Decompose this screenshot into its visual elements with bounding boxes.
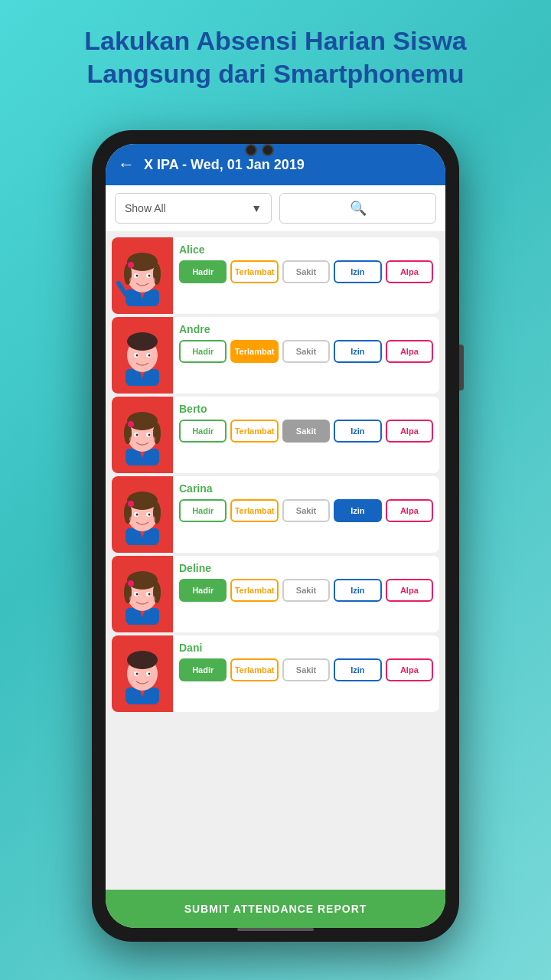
student-info: DaniHadirTerlambatSakitIzinAlpa bbox=[173, 635, 439, 712]
svg-point-84 bbox=[149, 675, 155, 681]
student-info: CarinaHadirTerlambatSakitIzinAlpa bbox=[173, 476, 439, 553]
svg-point-72 bbox=[128, 580, 134, 586]
filter-row: Show All ▼ 🔍 bbox=[106, 185, 445, 231]
student-card: AliceHadirTerlambatSakitIzinAlpa bbox=[112, 237, 439, 314]
att-btn-terlambat[interactable]: Terlambat bbox=[230, 579, 278, 602]
student-photo bbox=[112, 317, 173, 394]
student-photo bbox=[112, 237, 173, 314]
power-button bbox=[459, 345, 464, 390]
att-btn-hadir[interactable]: Hadir bbox=[179, 340, 227, 363]
svg-point-71 bbox=[149, 596, 155, 602]
svg-point-39 bbox=[148, 434, 151, 436]
svg-point-33 bbox=[127, 412, 158, 430]
att-btn-hadir[interactable]: Hadir bbox=[179, 658, 227, 681]
svg-point-81 bbox=[136, 673, 139, 675]
att-btn-sakit[interactable]: Sakit bbox=[282, 260, 330, 283]
svg-point-27 bbox=[149, 357, 155, 363]
att-btn-hadir[interactable]: Hadir bbox=[179, 499, 227, 522]
camera-left-icon bbox=[245, 144, 257, 156]
att-btn-terlambat[interactable]: Terlambat bbox=[230, 260, 278, 283]
svg-point-13 bbox=[149, 277, 155, 283]
submit-attendance-button[interactable]: SUBMIT ATTENDANCE REPORT bbox=[118, 903, 433, 915]
att-btn-sakit[interactable]: Sakit bbox=[282, 420, 330, 443]
student-name: Dani bbox=[179, 642, 433, 654]
student-name: Alice bbox=[179, 243, 433, 256]
att-btn-hadir[interactable]: Hadir bbox=[179, 579, 227, 602]
svg-point-53 bbox=[136, 514, 139, 516]
att-btn-alpa[interactable]: Alpa bbox=[386, 420, 433, 443]
chevron-down-icon: ▼ bbox=[251, 202, 262, 214]
phone-mockup: ← X IPA - Wed, 01 Jan 2019 Show All ▼ 🔍 bbox=[92, 130, 459, 942]
home-indicator bbox=[237, 928, 314, 931]
att-btn-alpa[interactable]: Alpa bbox=[386, 260, 433, 283]
student-card-inner: DelineHadirTerlambatSakitIzinAlpa bbox=[112, 556, 439, 632]
att-btn-izin[interactable]: Izin bbox=[334, 579, 381, 602]
att-btn-terlambat[interactable]: Terlambat bbox=[230, 499, 278, 522]
att-btn-izin[interactable]: Izin bbox=[334, 420, 381, 443]
dropdown-label: Show All bbox=[125, 202, 166, 214]
submit-bar: SUBMIT ATTENDANCE REPORT bbox=[106, 890, 445, 928]
att-btn-terlambat[interactable]: Terlambat bbox=[230, 340, 278, 363]
student-name: Carina bbox=[179, 482, 433, 495]
student-info: DelineHadirTerlambatSakitIzinAlpa bbox=[173, 556, 439, 632]
att-btn-sakit[interactable]: Sakit bbox=[282, 340, 330, 363]
student-name: Berto bbox=[179, 403, 433, 415]
att-btn-sakit[interactable]: Sakit bbox=[282, 658, 330, 681]
search-icon: 🔍 bbox=[350, 200, 367, 217]
back-button[interactable]: ← bbox=[118, 156, 135, 173]
student-card-inner: AliceHadirTerlambatSakitIzinAlpa bbox=[112, 237, 439, 314]
svg-point-40 bbox=[129, 436, 135, 443]
attendance-buttons: HadirTerlambatSakitIzinAlpa bbox=[179, 260, 433, 283]
svg-point-57 bbox=[128, 501, 134, 507]
student-card-inner: DaniHadirTerlambatSakitIzinAlpa bbox=[112, 635, 439, 712]
student-card-inner: AndreHadirTerlambatSakitIzinAlpa bbox=[112, 317, 439, 394]
att-btn-terlambat[interactable]: Terlambat bbox=[230, 420, 278, 443]
headline-line2: Langsung dari Smartphonemu bbox=[86, 59, 464, 88]
svg-point-82 bbox=[148, 673, 151, 675]
attendance-buttons: HadirTerlambatSakitIzinAlpa bbox=[179, 420, 433, 443]
svg-point-55 bbox=[129, 516, 135, 522]
svg-point-54 bbox=[148, 514, 151, 516]
svg-point-5 bbox=[127, 253, 158, 271]
att-btn-sakit[interactable]: Sakit bbox=[282, 499, 330, 522]
attendance-buttons: HadirTerlambatSakitIzinAlpa bbox=[179, 579, 433, 602]
student-info: AliceHadirTerlambatSakitIzinAlpa bbox=[173, 237, 439, 314]
student-info: AndreHadirTerlambatSakitIzinAlpa bbox=[173, 317, 439, 394]
student-card-inner: BertoHadirTerlambatSakitIzinAlpa bbox=[112, 397, 439, 473]
svg-point-11 bbox=[148, 275, 151, 277]
svg-point-21 bbox=[127, 332, 158, 351]
phone-screen: ← X IPA - Wed, 01 Jan 2019 Show All ▼ 🔍 bbox=[106, 144, 445, 928]
att-btn-terlambat[interactable]: Terlambat bbox=[230, 658, 278, 681]
att-btn-alpa[interactable]: Alpa bbox=[386, 340, 433, 363]
student-photo bbox=[112, 556, 173, 632]
attendance-buttons: HadirTerlambatSakitIzinAlpa bbox=[179, 658, 433, 681]
headline: Lakukan Absensi Harian Siswa Langsung da… bbox=[0, 0, 551, 105]
att-btn-alpa[interactable]: Alpa bbox=[386, 579, 433, 602]
svg-point-56 bbox=[149, 516, 155, 522]
student-card: DelineHadirTerlambatSakitIzinAlpa bbox=[112, 556, 439, 632]
attendance-buttons: HadirTerlambatSakitIzinAlpa bbox=[179, 499, 433, 522]
att-btn-izin[interactable]: Izin bbox=[334, 499, 381, 522]
student-card-inner: CarinaHadirTerlambatSakitIzinAlpa bbox=[112, 476, 439, 553]
att-btn-hadir[interactable]: Hadir bbox=[179, 420, 227, 443]
att-btn-izin[interactable]: Izin bbox=[334, 260, 381, 283]
student-photo bbox=[112, 635, 173, 712]
search-box[interactable]: 🔍 bbox=[279, 193, 436, 224]
svg-line-15 bbox=[119, 283, 126, 294]
svg-point-41 bbox=[149, 436, 155, 443]
student-name: Deline bbox=[179, 562, 433, 574]
svg-point-83 bbox=[129, 675, 135, 681]
att-btn-izin[interactable]: Izin bbox=[334, 340, 381, 363]
svg-point-12 bbox=[129, 277, 135, 283]
attendance-buttons: HadirTerlambatSakitIzinAlpa bbox=[179, 340, 433, 363]
show-all-dropdown[interactable]: Show All ▼ bbox=[115, 193, 272, 224]
att-btn-izin[interactable]: Izin bbox=[334, 658, 381, 681]
student-name: Andre bbox=[179, 323, 433, 335]
camera-right-icon bbox=[262, 144, 274, 156]
att-btn-alpa[interactable]: Alpa bbox=[386, 658, 433, 681]
att-btn-hadir[interactable]: Hadir bbox=[179, 260, 227, 283]
student-card: BertoHadirTerlambatSakitIzinAlpa bbox=[112, 397, 439, 473]
att-btn-sakit[interactable]: Sakit bbox=[282, 579, 330, 602]
att-btn-alpa[interactable]: Alpa bbox=[386, 499, 433, 522]
student-photo bbox=[112, 476, 173, 553]
